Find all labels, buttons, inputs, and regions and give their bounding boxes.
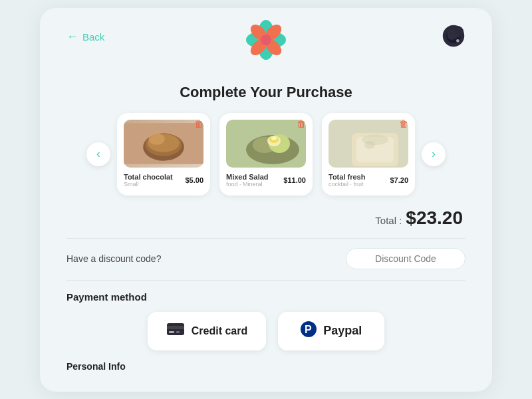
paypal-button[interactable]: P Paypal [278,312,384,350]
top-bar: ← Back [66,24,466,51]
svg-point-29 [364,141,375,149]
item-card-1: 🗑 Total chocolat Small [117,113,210,196]
item-footer-3: Total fresh cocktail · fruit $7.20 [329,173,408,188]
item-card-2: 🗑 Mixed Salad food · Min [219,113,313,196]
svg-text:P: P [305,324,312,335]
item-sub-2: food · Mineral [226,181,269,188]
back-button[interactable]: ← Back [66,30,104,44]
svg-rect-32 [169,331,174,333]
svg-rect-33 [176,331,180,333]
item-footer-2: Mixed Salad food · Mineral $11.00 [226,173,306,188]
page-title: Complete Your Purchase [66,84,466,101]
svg-point-17 [149,133,165,144]
items-container: 🗑 Total chocolat Small [117,113,415,196]
item-sub-1: Small [124,181,173,188]
discount-question: Have a discount code? [66,253,161,264]
credit-card-button[interactable]: Credit card [148,312,266,350]
item-name-1: Total chocolat [124,173,173,181]
item-footer-1: Total chocolat Small $5.00 [124,173,203,188]
credit-card-label: Credit card [192,325,247,337]
item-price-1: $5.00 [185,176,203,184]
item-card-3: 🗑 Total fresh cocktail · fruit [322,113,415,196]
credit-card-icon [166,323,185,340]
discount-row: Have a discount code? [66,248,466,269]
item-sub-3: cocktail · fruit [329,181,365,188]
carousel-row: ‹ 🗑 Total chocolat [66,113,466,196]
paypal-icon: P [301,320,317,342]
item-name-3: Total fresh [329,173,365,181]
svg-rect-31 [167,326,184,329]
total-label: Total : [375,215,402,226]
item-image-1 [124,120,203,168]
payment-method-title: Payment method [66,291,466,303]
divider-1 [66,238,466,239]
divider-2 [66,280,466,281]
carousel-next-button[interactable]: › [422,142,446,166]
item-price-3: $7.20 [390,176,408,184]
logo-icon [246,20,286,60]
back-label: Back [82,31,104,43]
svg-point-12 [456,39,460,42]
carousel-prev-button[interactable]: ‹ [86,142,110,166]
back-arrow-icon: ← [66,30,78,44]
total-amount: $23.20 [406,207,463,229]
payment-row: Credit card P Paypal [66,312,466,350]
delete-icon-1[interactable]: 🗑 [194,118,203,129]
item-name-2: Mixed Salad [226,173,269,181]
delete-icon-3[interactable]: 🗑 [399,118,408,129]
svg-point-24 [271,136,277,140]
dark-mode-button[interactable] [442,24,466,51]
purchase-card: ← Back [40,8,492,392]
paypal-label: Paypal [323,324,362,338]
personal-info-label: Personal Info [66,361,466,372]
item-price-2: $11.00 [283,176,306,184]
total-row: Total : $23.20 [66,207,466,229]
svg-point-8 [261,35,271,45]
logo-area [246,20,286,63]
moon-icon [442,24,466,48]
delete-icon-2[interactable]: 🗑 [297,118,306,129]
discount-code-input[interactable] [346,248,466,269]
